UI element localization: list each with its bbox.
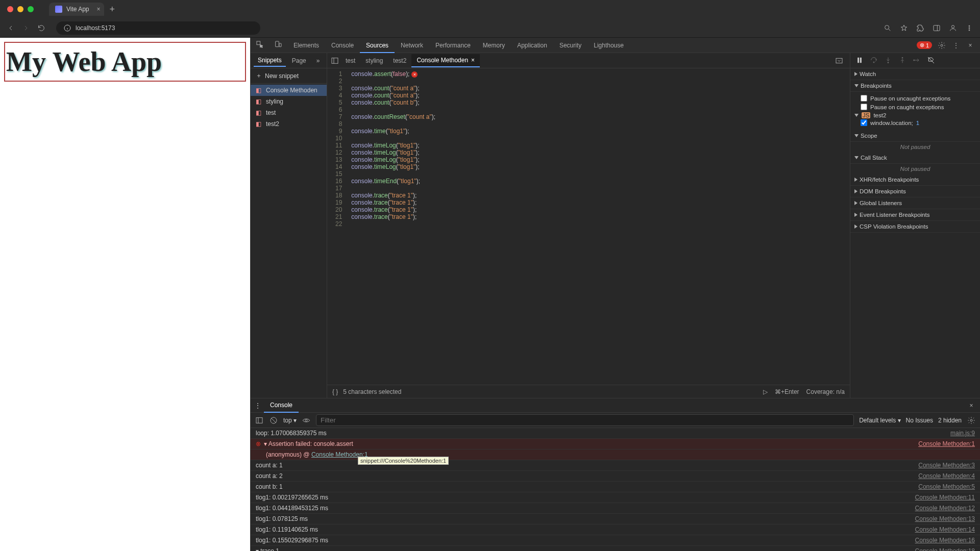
new-snippet-button[interactable]: ＋ New snippet: [251, 68, 327, 84]
reload-button[interactable]: [37, 23, 46, 33]
site-info-icon[interactable]: [63, 24, 71, 32]
panel-watch[interactable]: Watch: [850, 68, 980, 80]
log-source-link[interactable]: Console Methoden:14: [915, 526, 975, 533]
devtools-tab-memory[interactable]: Memory: [477, 39, 511, 52]
subtab-more-icon[interactable]: »: [312, 55, 324, 66]
bp-group[interactable]: JStest2: [854, 111, 976, 119]
log-source-link[interactable]: Console Methoden:12: [915, 505, 975, 512]
run-snippet-icon[interactable]: ▷: [763, 388, 768, 395]
console-tab[interactable]: Console: [264, 398, 299, 413]
log-source-link[interactable]: Console Methoden:16: [915, 537, 975, 544]
log-source-link[interactable]: Console Methoden:4: [918, 472, 975, 480]
menu-icon[interactable]: [965, 23, 974, 33]
drawer-menu-icon[interactable]: ⋮: [255, 402, 261, 409]
forward-button[interactable]: [21, 23, 31, 33]
step-into-icon[interactable]: [884, 56, 892, 65]
pretty-print-icon[interactable]: { }: [332, 388, 338, 395]
log-source-link[interactable]: Console Methoden:18: [915, 547, 975, 551]
panel-event[interactable]: Event Listener Breakpoints: [850, 209, 980, 221]
snippet-item[interactable]: ◧test2: [251, 118, 327, 130]
pause-caught-checkbox[interactable]: Pause on caught exceptions: [861, 103, 976, 111]
minimize-window-icon[interactable]: [17, 6, 23, 12]
panel-breakpoints[interactable]: Breakpoints: [850, 80, 980, 92]
log-source-link[interactable]: main.js:9: [950, 430, 975, 437]
panel-global[interactable]: Global Listeners: [850, 197, 980, 209]
file-tab[interactable]: test: [340, 54, 360, 67]
step-icon[interactable]: [913, 56, 921, 65]
panel-callstack[interactable]: Call Stack: [850, 152, 980, 164]
zoom-icon[interactable]: [883, 23, 892, 33]
sidepanel-icon[interactable]: [932, 23, 941, 33]
close-tab-icon[interactable]: ×: [96, 6, 100, 13]
devtools-tab-console[interactable]: Console: [325, 39, 360, 52]
file-tab[interactable]: styling: [360, 54, 388, 67]
code-editor[interactable]: 12345678910111213141516171819202122 cons…: [327, 68, 850, 385]
error-marker-icon[interactable]: ×: [411, 71, 418, 78]
browser-tab[interactable]: Vite App ×: [49, 3, 104, 16]
live-expression-icon[interactable]: [302, 416, 311, 425]
pause-uncaught-checkbox[interactable]: Pause on uncaught exceptions: [861, 94, 976, 103]
snippet-item[interactable]: ◧Console Methoden: [251, 85, 327, 96]
console-filter-input[interactable]: [316, 414, 854, 426]
pause-icon[interactable]: [855, 56, 864, 65]
deactivate-bp-icon[interactable]: [927, 56, 935, 65]
panel-csp[interactable]: CSP Violation Breakpoints: [850, 221, 980, 233]
devtools-tab-application[interactable]: Application: [511, 39, 553, 52]
file-tab-label: test2: [393, 57, 406, 64]
file-tab[interactable]: Console Methoden×: [411, 54, 480, 67]
log-source-link[interactable]: Console Methoden:3: [918, 462, 975, 469]
page-heading: My Web App: [4, 42, 246, 82]
panel-dom[interactable]: DOM Breakpoints: [850, 186, 980, 197]
svg-point-1: [885, 25, 889, 29]
log-source-link[interactable]: Console Methoden:1: [918, 440, 975, 447]
inspect-icon[interactable]: [251, 40, 269, 50]
hidden-label[interactable]: 2 hidden: [938, 417, 962, 424]
devtools-tabs: ElementsConsoleSourcesNetworkPerformance…: [251, 38, 980, 53]
bookmark-icon[interactable]: [899, 23, 909, 33]
console-sidebar-icon[interactable]: [255, 416, 264, 425]
maximize-window-icon[interactable]: [28, 6, 34, 12]
devtools-tab-performance[interactable]: Performance: [429, 39, 477, 52]
devtools-tab-sources[interactable]: Sources: [360, 39, 395, 53]
devtools-tab-elements[interactable]: Elements: [287, 39, 325, 52]
close-drawer-icon[interactable]: ×: [967, 401, 976, 410]
snippet-item[interactable]: ◧styling: [251, 96, 327, 107]
step-out-icon[interactable]: [898, 56, 906, 65]
close-file-icon[interactable]: ×: [471, 57, 475, 64]
devtools-tab-network[interactable]: Network: [395, 39, 429, 52]
step-over-icon[interactable]: [870, 56, 878, 65]
extensions-icon[interactable]: [916, 23, 925, 33]
console-settings-icon[interactable]: [967, 416, 976, 425]
more-icon[interactable]: ⋮: [951, 41, 961, 50]
panel-scope[interactable]: Scope: [850, 130, 980, 142]
file-tab[interactable]: test2: [388, 54, 411, 67]
levels-selector[interactable]: Default levels ▾: [859, 417, 900, 424]
toggle-navigator-icon[interactable]: [330, 56, 339, 65]
device-toggle-icon[interactable]: [269, 40, 287, 50]
new-tab-button[interactable]: +: [109, 4, 115, 15]
close-window-icon[interactable]: [7, 6, 13, 12]
close-devtools-icon[interactable]: ×: [966, 41, 975, 50]
subtab-page[interactable]: Page: [288, 55, 310, 66]
back-button[interactable]: [6, 23, 15, 33]
more-tabs-icon[interactable]: [835, 56, 844, 65]
url-input[interactable]: localhost:5173: [56, 21, 260, 35]
log-source-link[interactable]: Console Methoden:13: [915, 515, 975, 522]
settings-icon[interactable]: [937, 41, 946, 50]
no-issues-label[interactable]: No Issues: [906, 417, 933, 424]
log-source-link[interactable]: Console Methoden:5: [918, 483, 975, 490]
panel-xhr[interactable]: XHR/fetch Breakpoints: [850, 174, 980, 186]
snippet-label: test: [266, 109, 276, 116]
clear-console-icon[interactable]: [269, 416, 278, 425]
profile-icon[interactable]: [948, 23, 958, 33]
devtools-tab-security[interactable]: Security: [553, 39, 587, 52]
log-source-link[interactable]: Console Methoden:11: [915, 494, 975, 501]
log-message: tlog1: 0.155029296875 ms: [256, 537, 915, 544]
error-badge[interactable]: ⊗ 1: [917, 41, 932, 49]
subtab-snippets[interactable]: Snippets: [254, 55, 286, 67]
log-message: count b: 1: [256, 483, 918, 490]
bp-entry[interactable]: window.location;1: [861, 119, 976, 126]
context-selector[interactable]: top ▾: [283, 417, 297, 424]
snippet-item[interactable]: ◧test: [251, 107, 327, 118]
devtools-tab-lighthouse[interactable]: Lighthouse: [587, 39, 630, 52]
